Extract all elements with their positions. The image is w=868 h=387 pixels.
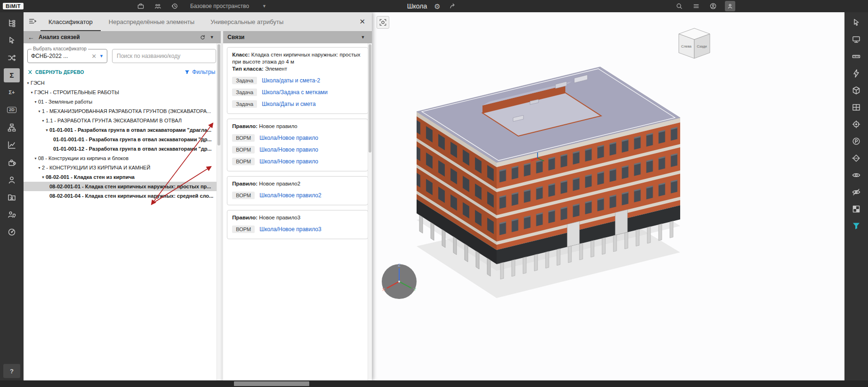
tree-row[interactable]: ▾08-02-001 - Кладка стен из кирпича — [24, 172, 221, 182]
link-item[interactable]: Школа/Новое правило — [259, 135, 318, 141]
tree-expander-icon[interactable]: ▾ — [25, 81, 31, 85]
vtool-section[interactable] — [846, 150, 867, 167]
vtool-p-marker[interactable] — [846, 133, 867, 150]
classifier-select[interactable]: Выбрать классификатор ФСНБ-2022 ... ✕ ▼ — [27, 49, 107, 63]
tool-relations[interactable] — [1, 49, 22, 66]
tool-model-structure[interactable] — [1, 14, 22, 32]
tool-scheme[interactable] — [1, 119, 22, 136]
tree-row[interactable]: ▾01-01-001 - Разработка грунта в отвал э… — [24, 125, 221, 135]
account-circle-icon[interactable] — [708, 1, 718, 11]
portfolio-icon[interactable] — [136, 1, 146, 11]
vtool-eye-off[interactable] — [846, 184, 867, 201]
link-item[interactable]: Школа/даты и смета-2 — [262, 77, 320, 84]
chevron-down-icon[interactable]: ▼ — [358, 33, 368, 41]
tree-row[interactable]: ▾2 - КОНСТРУКЦИИ ИЗ КИРПИЧА И КАМНЕЙ — [24, 163, 221, 172]
vtool-grid[interactable] — [846, 99, 867, 116]
tree-row[interactable]: 01-01-001-12 - Разработка грунта в отвал… — [24, 144, 221, 153]
filter-icon — [185, 70, 190, 75]
tree-expander-icon[interactable]: ▾ — [44, 128, 49, 132]
tree-row[interactable]: 01-01-001-01 - Разработка грунта в отвал… — [24, 135, 221, 144]
tree-expander-icon[interactable]: ▾ — [40, 119, 46, 123]
back-arrow-icon[interactable]: ← — [28, 34, 34, 40]
link-row: ВОРМ Школа/Новое правило3 — [232, 223, 363, 235]
tree-expander-icon[interactable]: ▾ — [40, 175, 46, 179]
tool-project-folder[interactable] — [1, 188, 22, 206]
tree-row[interactable]: ▾1.1 - РАЗРАБОТКА ГРУНТА ЭКСКАВАТОРАМИ В… — [24, 116, 221, 125]
workspace-dropdown[interactable]: Базовое пространство ▼ — [190, 3, 266, 9]
link-item[interactable]: Школа/Задача с метками — [262, 89, 328, 96]
tree-row[interactable]: ▾ГЭСН - СТРОИТЕЛЬНЫЕ РАБОТЫ — [24, 88, 221, 97]
tool-plugins[interactable] — [1, 153, 22, 171]
clear-icon[interactable]: ✕ — [91, 53, 96, 60]
tree-expander-icon[interactable]: ▾ — [37, 109, 42, 113]
team-icon[interactable] — [153, 1, 163, 11]
tool-sum-add[interactable]: Σ+ — [1, 84, 22, 101]
tab-classifier[interactable]: Классификатор — [40, 12, 101, 31]
tree-expander-icon[interactable]: ▾ — [33, 100, 38, 104]
link-card: Правило: Новое правило3 ВОРМ Школа/Новое… — [227, 210, 368, 239]
cube-right-label[interactable]: Сзади — [697, 44, 707, 48]
help-button[interactable]: ? — [3, 364, 20, 378]
tree-scrollbar[interactable] — [217, 43, 221, 380]
collapse-tree-button[interactable]: СВЕРНУТЬ ДЕРЕВО — [27, 69, 84, 75]
tree-row[interactable]: ▾08 - Конструкции из кирпича и блоков — [24, 153, 221, 163]
tool-select[interactable] — [1, 32, 22, 49]
close-icon[interactable]: ✕ — [359, 17, 365, 26]
tool-sum[interactable]: Σ — [1, 66, 22, 84]
entrance-porch — [615, 210, 627, 235]
search-input[interactable] — [117, 53, 211, 59]
tool-user[interactable] — [1, 171, 22, 188]
vtool-transparency[interactable] — [846, 201, 867, 218]
vtool-cursor[interactable] — [846, 14, 867, 31]
tree-row[interactable]: 08-02-001-04 - Кладка стен кирпичных нар… — [24, 191, 221, 201]
cube-left-label[interactable]: Слева — [681, 44, 692, 48]
link-item[interactable]: Школа/Даты и смета — [262, 101, 315, 107]
tool-dashboard[interactable] — [1, 223, 22, 241]
chevron-down-icon[interactable]: ▼ — [207, 33, 217, 41]
link-item[interactable]: Школа/Новое правило2 — [259, 192, 321, 199]
right-toolbar — [844, 12, 868, 380]
3d-viewport[interactable]: Слева Сзади Z Y X — [372, 12, 844, 380]
gizmo-z-label: Z — [398, 263, 401, 267]
link-row: ВОРМ Школа/Новое правило — [232, 155, 363, 167]
refresh-icon[interactable] — [198, 33, 207, 41]
link-item[interactable]: Школа/Новое правило — [259, 146, 318, 153]
tree-expander-icon[interactable]: ▾ — [29, 90, 34, 95]
search-icon[interactable] — [674, 1, 684, 11]
filters-button[interactable]: Фильтры — [185, 69, 215, 75]
panel-menu-icon[interactable] — [28, 17, 38, 26]
vtool-filter[interactable] — [846, 218, 867, 234]
vtool-clash[interactable] — [846, 65, 867, 82]
link-item[interactable]: Школа/Новое правило3 — [259, 226, 321, 233]
orientation-gizmo[interactable]: Z Y X — [382, 263, 417, 299]
user-profile-button[interactable] — [725, 1, 735, 11]
vtool-cube[interactable] — [846, 82, 867, 99]
tool-user-location[interactable] — [1, 206, 22, 223]
tool-2d-view[interactable]: 2D — [1, 101, 22, 119]
links-scrollbar[interactable] — [368, 43, 372, 380]
tree-row[interactable]: ▾01 - Земляные работы — [24, 97, 221, 106]
chevron-down-icon[interactable]: ▼ — [99, 54, 104, 58]
list-menu-icon[interactable] — [691, 1, 701, 11]
tool-chart[interactable] — [1, 136, 22, 153]
history-icon[interactable] — [169, 1, 180, 11]
tab-universal-attributes[interactable]: Универсальные атрибуты — [202, 12, 291, 31]
analysis-title: Анализ связей — [39, 34, 80, 40]
vtool-ruler[interactable] — [846, 48, 867, 65]
vtool-target[interactable] — [846, 116, 867, 133]
tree-expander-icon[interactable]: ▾ — [33, 156, 38, 161]
building-model[interactable]: Слева Сзади Z Y X — [372, 12, 844, 380]
link-item[interactable]: Школа/Новое правило — [259, 158, 318, 165]
gear-icon[interactable]: ⚙ — [434, 3, 440, 10]
vtool-monitor[interactable] — [846, 31, 867, 48]
navigation-cube[interactable]: Слева Сзади — [679, 28, 710, 58]
tree-row-selected[interactable]: 08-02-001-01 - Кладка стен кирпичных нар… — [24, 182, 221, 191]
vtool-eye[interactable] — [846, 167, 867, 184]
2d-icon: 2D — [7, 107, 16, 113]
tree-expander-icon[interactable]: ▾ — [37, 166, 42, 170]
share-icon[interactable] — [448, 1, 458, 11]
tree-row[interactable]: ▾ГЭСН — [24, 78, 221, 88]
zoom-fit-icon[interactable] — [377, 16, 389, 29]
tree-row[interactable]: ▾1 - МЕХАНИЗИРОВАННАЯ РАЗРАБОТКА ГРУНТОВ… — [24, 106, 221, 116]
tab-unallocated-elements[interactable]: Нераспределённые элементы — [101, 12, 202, 31]
